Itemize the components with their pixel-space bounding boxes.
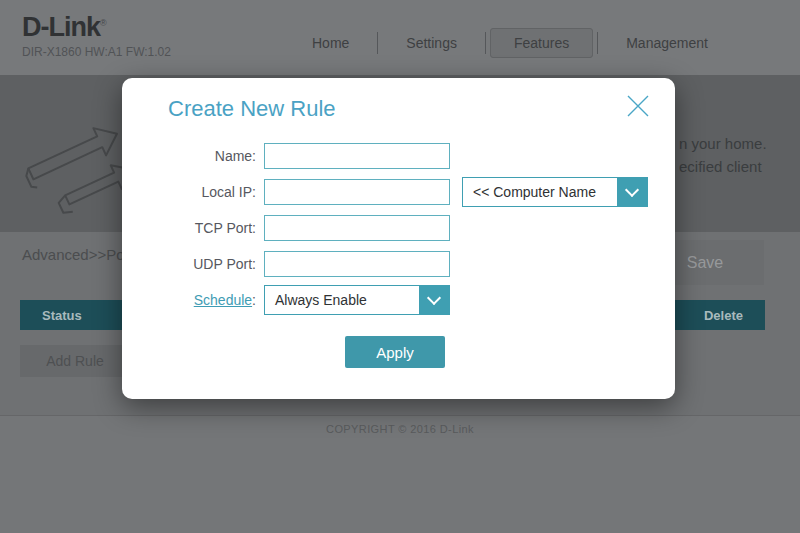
computer-name-select[interactable]: << Computer Name: [462, 177, 648, 207]
close-button[interactable]: [623, 91, 653, 121]
top-bar: D-Link® DIR-X1860 HW:A1 FW:1.02 Home Set…: [0, 0, 800, 75]
local-ip-label: Local IP:: [146, 184, 256, 200]
schedule-label: Schedule:: [146, 292, 256, 308]
nav-item-features[interactable]: Features: [490, 28, 593, 58]
close-icon: [623, 91, 653, 121]
chevron-down-icon[interactable]: [419, 286, 449, 314]
form-row-name: Name:: [146, 141, 651, 171]
nav-separator: [377, 32, 378, 54]
nav-separator: [597, 32, 598, 54]
tcp-port-label: TCP Port:: [146, 220, 256, 236]
tcp-port-input[interactable]: [264, 215, 450, 241]
breadcrumb: Advanced>>Po: [22, 246, 125, 263]
schedule-colon: :: [252, 292, 256, 308]
chevron-down-icon[interactable]: [617, 178, 647, 206]
page-footer: COPYRIGHT © 2016 D-Link: [0, 415, 800, 533]
apply-button[interactable]: Apply: [345, 336, 445, 368]
main-nav: Home Settings Features Management: [288, 27, 732, 58]
form-row-udp-port: UDP Port:: [146, 249, 651, 279]
name-label: Name:: [146, 148, 256, 164]
schedule-link[interactable]: Schedule: [194, 292, 252, 308]
schedule-select[interactable]: Always Enable: [264, 285, 450, 315]
nav-item-settings[interactable]: Settings: [382, 28, 481, 58]
nav-item-management[interactable]: Management: [602, 28, 732, 58]
dlink-logo: D-Link®: [22, 12, 106, 43]
nav-item-home[interactable]: Home: [288, 28, 373, 58]
udp-port-label: UDP Port:: [146, 256, 256, 272]
device-model-label: DIR-X1860 HW:A1 FW:1.02: [22, 45, 171, 59]
computer-name-select-value: << Computer Name: [463, 178, 617, 206]
logo-text: D-Link: [22, 12, 100, 42]
hero-text-fragment: n your home.: [679, 135, 767, 152]
form-row-tcp-port: TCP Port:: [146, 213, 651, 243]
schedule-select-value: Always Enable: [265, 286, 419, 314]
form-row-schedule: Schedule: Always Enable: [146, 285, 651, 315]
create-new-rule-dialog: Create New Rule Name: Local IP: << Compu…: [122, 78, 675, 399]
router-admin-page: D-Link® DIR-X1860 HW:A1 FW:1.02 Home Set…: [0, 0, 800, 533]
dialog-title: Create New Rule: [168, 96, 336, 122]
copyright-text: COPYRIGHT © 2016 D-Link: [0, 423, 800, 435]
table-header-delete: Delete: [704, 308, 743, 323]
table-header-status: Status: [42, 308, 82, 323]
udp-port-input[interactable]: [264, 251, 450, 277]
registered-mark: ®: [100, 18, 106, 28]
add-rule-button[interactable]: Add Rule: [20, 345, 130, 377]
form-row-local-ip: Local IP: << Computer Name: [146, 177, 651, 207]
nav-separator: [485, 32, 486, 54]
local-ip-input[interactable]: [264, 179, 450, 205]
hero-text-fragment: ecified client: [679, 158, 762, 175]
name-input[interactable]: [264, 143, 450, 169]
